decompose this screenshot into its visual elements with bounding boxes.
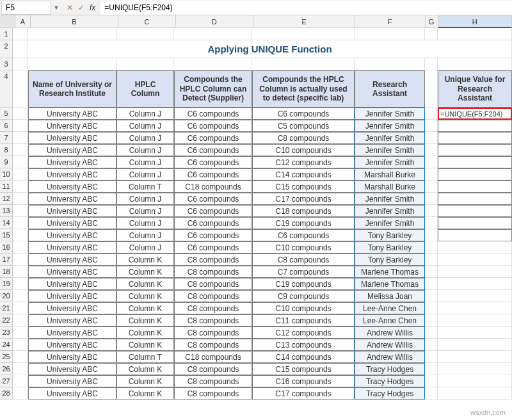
cell[interactable]: University ABC [28, 156, 116, 168]
cell[interactable]: Column K [116, 278, 174, 290]
cell[interactable]: C8 compounds [174, 254, 252, 266]
cell[interactable] [13, 132, 28, 144]
cell[interactable] [425, 229, 438, 241]
cell[interactable]: Andrew Willis [355, 351, 425, 363]
row-header[interactable]: 20 [0, 290, 13, 302]
cell[interactable]: University ABC [28, 132, 116, 144]
row-header[interactable]: 25 [0, 351, 13, 363]
row-header[interactable]: 18 [0, 266, 13, 278]
cell[interactable]: C6 compounds [174, 241, 252, 254]
cell[interactable]: University ABC [28, 108, 116, 120]
cell[interactable]: C8 compounds [174, 327, 252, 339]
cell[interactable] [13, 375, 28, 387]
cell[interactable]: Jennifer Smith [355, 120, 425, 132]
cell[interactable] [438, 302, 512, 314]
cell[interactable]: Andrew Willis [355, 339, 425, 351]
row-header[interactable]: 11 [0, 181, 13, 193]
cell[interactable] [438, 241, 512, 254]
cell[interactable]: Jennifer Smith [355, 156, 425, 168]
cell[interactable]: Marshall Burke [355, 168, 425, 181]
cell[interactable] [13, 339, 28, 351]
cell[interactable]: Column K [116, 314, 174, 327]
cell[interactable]: Jennifer Smith [355, 144, 425, 156]
cell[interactable]: Melissa Joan [355, 290, 425, 302]
cell[interactable] [438, 144, 512, 156]
row-header[interactable]: 19 [0, 278, 13, 290]
cell[interactable]: C6 compounds [174, 132, 252, 144]
cell[interactable] [425, 168, 438, 181]
cell[interactable] [13, 302, 28, 314]
cell[interactable] [13, 156, 28, 168]
cell[interactable] [438, 193, 512, 205]
cell[interactable] [438, 339, 512, 351]
cell[interactable]: Column J [116, 205, 174, 217]
row-header[interactable]: 1 [0, 28, 13, 40]
cell[interactable] [13, 387, 28, 400]
cell[interactable] [28, 58, 116, 70]
cell[interactable]: Column K [116, 363, 174, 375]
cell[interactable]: C18 compounds [174, 181, 252, 193]
cell[interactable]: C8 compounds [174, 302, 252, 314]
cell[interactable]: University ABC [28, 120, 116, 132]
cell[interactable]: C15 compounds [252, 181, 355, 193]
row-header[interactable]: 4 [0, 70, 13, 108]
cell[interactable] [425, 181, 438, 193]
cell[interactable]: Andrew Willis [355, 327, 425, 339]
cell[interactable]: University ABC [28, 387, 116, 400]
cell[interactable]: C10 compounds [252, 302, 355, 314]
cell[interactable]: Column K [116, 254, 174, 266]
row-header[interactable]: 24 [0, 339, 13, 351]
cell[interactable]: C13 compounds [252, 339, 355, 351]
cell[interactable]: C8 compounds [174, 314, 252, 327]
cell[interactable] [13, 351, 28, 363]
row-header[interactable]: 28 [0, 387, 13, 400]
cell[interactable]: C17 compounds [252, 193, 355, 205]
cell[interactable] [425, 254, 438, 266]
cell[interactable] [425, 70, 438, 108]
cell[interactable]: Marlene Thomas [355, 266, 425, 278]
cell[interactable]: Column T [116, 181, 174, 193]
cell[interactable] [13, 70, 28, 108]
sheet-area[interactable]: Applying UNIQUE FunctionName of Universi… [13, 28, 512, 400]
col-header-F[interactable]: F [355, 15, 425, 28]
table-header[interactable]: Research Assistant [355, 70, 425, 108]
cell[interactable]: University ABC [28, 229, 116, 241]
cell[interactable]: C8 compounds [174, 278, 252, 290]
cell[interactable]: Lee-Anne Chen [355, 302, 425, 314]
row-header[interactable]: 22 [0, 314, 13, 327]
cell[interactable] [425, 290, 438, 302]
cell[interactable] [438, 58, 512, 70]
cell[interactable]: University ABC [28, 339, 116, 351]
cell[interactable] [252, 58, 355, 70]
cell[interactable] [13, 58, 28, 70]
cell[interactable]: C12 compounds [252, 156, 355, 168]
table-header[interactable]: Compounds the HPLC Column is actually us… [252, 70, 355, 108]
cell[interactable] [425, 193, 438, 205]
cell[interactable] [425, 339, 438, 351]
cell[interactable] [174, 58, 252, 70]
cell[interactable]: Column J [116, 108, 174, 120]
col-header-E[interactable]: E [253, 15, 355, 28]
cell[interactable]: Column J [116, 132, 174, 144]
cell[interactable]: Column J [116, 120, 174, 132]
cell[interactable] [438, 254, 512, 266]
cell[interactable]: Tony Barkley [355, 254, 425, 266]
cell[interactable]: Column K [116, 327, 174, 339]
cell[interactable]: C7 compounds [252, 266, 355, 278]
cell[interactable] [438, 327, 512, 339]
cell[interactable]: Column K [116, 339, 174, 351]
cell[interactable] [438, 290, 512, 302]
cell[interactable] [355, 28, 425, 40]
cell[interactable] [438, 132, 512, 144]
cell[interactable] [438, 387, 512, 400]
cell[interactable]: University ABC [28, 363, 116, 375]
cell[interactable]: University ABC [28, 254, 116, 266]
cell[interactable]: Jennifer Smith [355, 205, 425, 217]
cell[interactable]: C11 compounds [252, 314, 355, 327]
cell[interactable]: C6 compounds [174, 108, 252, 120]
col-header-D[interactable]: D [176, 15, 253, 28]
row-header[interactable]: 13 [0, 205, 13, 217]
cell[interactable]: University ABC [28, 302, 116, 314]
cell[interactable] [438, 375, 512, 387]
row-header[interactable]: 14 [0, 217, 13, 229]
